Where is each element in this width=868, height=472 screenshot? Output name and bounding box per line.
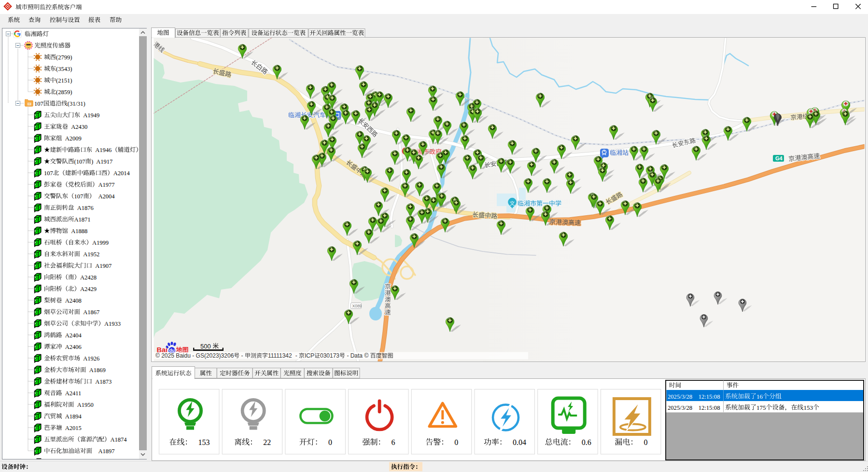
svg-text:A2406: A2406 [65, 344, 82, 350]
svg-text:A1949: A1949 [83, 112, 99, 119]
svg-text:A2429: A2429 [80, 286, 97, 292]
svg-text:A1917: A1917 [96, 158, 112, 165]
svg-text:G4: G4 [775, 155, 783, 161]
svg-text:A2428: A2428 [80, 274, 97, 281]
svg-text:A1888: A1888 [71, 228, 87, 235]
svg-text:©: © [155, 352, 160, 359]
svg-text:A2004: A2004 [98, 193, 115, 200]
svg-text:11111342: 11111342 [268, 352, 292, 359]
svg-text:A1950: A1950 [77, 402, 94, 408]
svg-text:A1999: A1999 [92, 239, 109, 246]
svg-text:(2859): (2859) [56, 89, 72, 96]
svg-text:A2015: A2015 [65, 425, 82, 431]
svg-text:22: 22 [263, 438, 271, 446]
svg-text:GS(2023)3206: GS(2023)3206 [196, 352, 234, 359]
svg-text:A2404: A2404 [65, 332, 82, 339]
svg-text:Baidu: Baidu [176, 352, 191, 359]
svg-text:(31/31): (31/31) [68, 100, 85, 107]
svg-text:0: 0 [454, 438, 458, 446]
svg-text:2025: 2025 [161, 352, 174, 359]
svg-text:ICP: ICP [305, 352, 314, 359]
svg-text:A1867: A1867 [83, 309, 99, 316]
svg-text:107: 107 [44, 170, 53, 177]
svg-text:-: - [241, 352, 243, 359]
svg-text:107: 107 [34, 100, 43, 107]
svg-text:(3543): (3543) [56, 66, 72, 72]
svg-text:-: - [295, 352, 297, 359]
svg-text:A1894: A1894 [65, 413, 82, 420]
svg-text:12:15:08: 12:15:08 [699, 404, 720, 411]
svg-text:(2151): (2151) [56, 77, 72, 84]
svg-text:A1907: A1907 [95, 263, 112, 269]
svg-text:(107: (107 [74, 158, 85, 165]
svg-text:-: - [192, 352, 194, 359]
svg-text:A1869: A1869 [89, 367, 106, 374]
svg-text:A1876: A1876 [77, 205, 94, 211]
svg-text:030173: 030173 [320, 352, 339, 359]
svg-text:A1874: A1874 [111, 436, 127, 443]
svg-text:175: 175 [756, 404, 766, 411]
svg-text:0.04: 0.04 [513, 438, 526, 446]
svg-text:A2430: A2430 [71, 124, 87, 130]
svg-text:A1933: A1933 [104, 320, 121, 327]
svg-text:0.6: 0.6 [582, 438, 591, 446]
svg-text:A1926: A1926 [83, 355, 99, 362]
svg-text:A1873: A1873 [95, 378, 112, 385]
svg-text:): ) [91, 158, 93, 165]
svg-text:A2009: A2009 [65, 135, 82, 142]
svg-text:2025/3/28: 2025/3/28 [668, 404, 692, 411]
svg-text:(2799): (2799) [56, 54, 72, 61]
svg-text:107: 107 [74, 193, 84, 200]
svg-text:A2014: A2014 [113, 170, 130, 177]
svg-text:2025/3/28: 2025/3/28 [668, 393, 692, 400]
svg-text:A1977: A1977 [98, 181, 115, 188]
svg-text:A1871: A1871 [74, 216, 91, 223]
svg-text:12:15:08: 12:15:08 [699, 393, 720, 400]
svg-text:153: 153 [198, 438, 210, 446]
svg-text:6: 6 [392, 438, 395, 446]
svg-text:A1952: A1952 [83, 251, 99, 258]
svg-text:0: 0 [644, 438, 647, 446]
svg-text:X089: X089 [352, 304, 362, 308]
svg-text:A1897: A1897 [98, 448, 115, 455]
svg-text:A2411: A2411 [65, 390, 82, 397]
svg-text:Data: Data [350, 352, 363, 359]
svg-text:16: 16 [756, 393, 763, 400]
svg-text:-: - [347, 352, 349, 359]
svg-text:©: © [364, 352, 368, 359]
svg-text:0: 0 [328, 438, 332, 446]
svg-text:500: 500 [200, 343, 211, 350]
svg-text:A2408: A2408 [65, 297, 82, 304]
svg-text:153: 153 [804, 404, 813, 411]
svg-text:A1946: A1946 [95, 147, 112, 153]
